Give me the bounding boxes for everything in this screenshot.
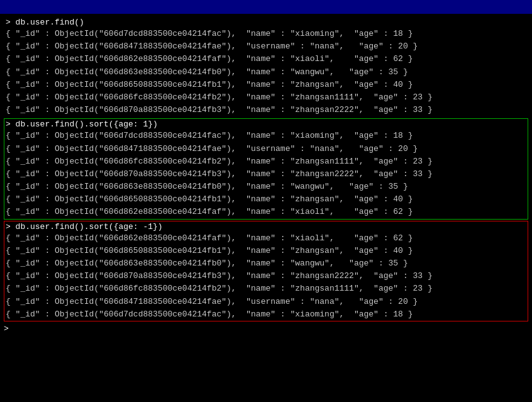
data-row: { "_id" : ObjectId("606d8650883500ce0421… xyxy=(6,193,526,206)
data-row: { "_id" : ObjectId("606d870a883500ce0421… xyxy=(6,104,526,116)
command-line-0: > db.user.find() xyxy=(6,17,526,28)
data-row: { "_id" : ObjectId("606d86fc883500ce0421… xyxy=(6,155,526,168)
data-row: { "_id" : ObjectId("606d7dcd883500ce0421… xyxy=(6,130,526,142)
data-row: { "_id" : ObjectId("606d8471883500ce0421… xyxy=(6,143,526,155)
data-row: { "_id" : ObjectId("606d8650883500ce0421… xyxy=(6,245,526,257)
data-row: { "_id" : ObjectId("606d7dcd883500ce0421… xyxy=(6,308,526,321)
data-row: { "_id" : ObjectId("606d86fc883500ce0421… xyxy=(6,91,526,104)
section-0: > db.user.find(){ "_id" : ObjectId("606d… xyxy=(4,16,528,117)
data-row: { "_id" : ObjectId("606d86fc883500ce0421… xyxy=(6,282,526,295)
command-line-1: > db.user.find().sort({age: 1}) xyxy=(6,119,526,130)
section-2: > db.user.find().sort({age: -1}){ "_id" … xyxy=(4,221,528,321)
data-row: { "_id" : ObjectId("606d8471883500ce0421… xyxy=(6,296,526,308)
data-row: { "_id" : ObjectId("606d863e883500ce0421… xyxy=(6,257,526,270)
data-row: { "_id" : ObjectId("606d8650883500ce0421… xyxy=(6,79,526,91)
command-line-2: > db.user.find().sort({age: -1}) xyxy=(6,221,526,232)
data-row: { "_id" : ObjectId("606d863e883500ce0421… xyxy=(6,66,526,79)
title-bar xyxy=(0,0,532,14)
bottom-prompt[interactable]: > xyxy=(4,324,528,333)
data-row: { "_id" : ObjectId("606d862e883500ce0421… xyxy=(6,232,526,245)
data-row: { "_id" : ObjectId("606d7dcd883500ce0421… xyxy=(6,28,526,40)
section-1: > db.user.find().sort({age: 1}){ "_id" :… xyxy=(4,118,528,219)
terminal[interactable]: > db.user.find(){ "_id" : ObjectId("606d… xyxy=(0,14,532,402)
data-row: { "_id" : ObjectId("606d870a883500ce0421… xyxy=(6,270,526,282)
data-row: { "_id" : ObjectId("606d862e883500ce0421… xyxy=(6,206,526,218)
data-row: { "_id" : ObjectId("606d863e883500ce0421… xyxy=(6,181,526,193)
data-row: { "_id" : ObjectId("606d8471883500ce0421… xyxy=(6,40,526,53)
data-row: { "_id" : ObjectId("606d862e883500ce0421… xyxy=(6,53,526,65)
data-row: { "_id" : ObjectId("606d870a883500ce0421… xyxy=(6,168,526,181)
